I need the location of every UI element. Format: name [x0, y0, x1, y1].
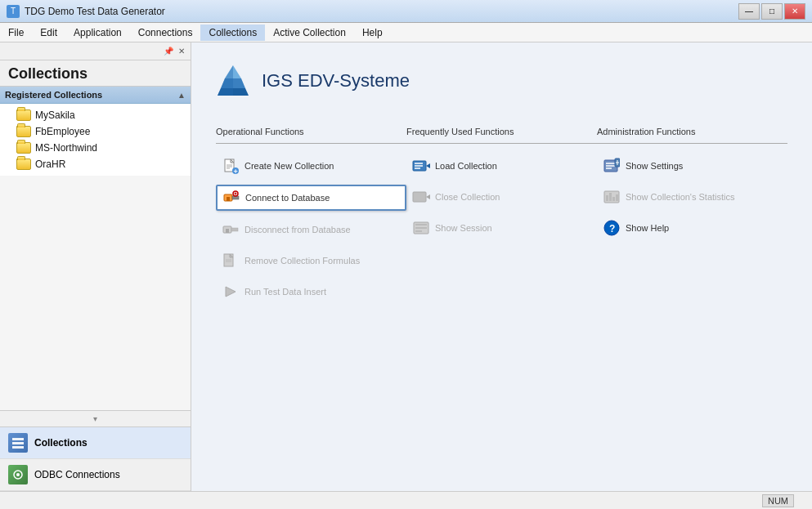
remove-icon [222, 253, 240, 268]
collapse-icon[interactable]: ▲ [177, 91, 186, 100]
logo-area: IGS EDV-Systeme [216, 59, 787, 102]
menu-edit[interactable]: Edit [32, 25, 65, 41]
collections-title: Collections [0, 60, 191, 87]
svg-rect-51 [612, 197, 615, 201]
session-icon-svg [413, 220, 429, 236]
svg-rect-52 [616, 194, 618, 201]
bottom-tabs: Collections ODBC Connections [0, 426, 191, 491]
session-icon [412, 221, 430, 235]
document-icon: + [222, 159, 240, 173]
remove-icon-svg [222, 252, 239, 269]
collections-tab-label: Collections [34, 437, 87, 449]
list-item[interactable]: OraHR [0, 156, 191, 172]
remove-formulas-label: Remove Collection Formulas [244, 256, 360, 266]
pyramid-svg [216, 59, 250, 100]
close-coll-icon-svg [412, 189, 430, 205]
pin-button[interactable]: 📌 [161, 46, 176, 56]
close-coll-icon [412, 190, 430, 204]
create-new-collection-button[interactable]: + Create New Collection [216, 154, 406, 178]
columns-container: Operational Functions + [216, 127, 787, 317]
load-collection-label: Load Collection [435, 161, 497, 171]
menu-help[interactable]: Help [354, 25, 391, 41]
connect-icon [222, 190, 240, 205]
run-icon [222, 284, 240, 299]
minimize-button[interactable]: — [738, 3, 760, 20]
run-test-label: Run Test Data Insert [244, 287, 326, 297]
collections-icon [8, 433, 28, 453]
logo-text: IGS EDV-Systeme [262, 70, 410, 92]
left-panel: 📌 ✕ Collections Registered Collections ▲… [0, 42, 191, 491]
num-indicator: NUM [762, 494, 794, 507]
help-icon: ? [603, 221, 621, 235]
load-collection-button[interactable]: Load Collection [406, 154, 597, 178]
connect-icon-svg [223, 190, 240, 206]
disconnect-db-label: Disconnect from Database [244, 225, 351, 234]
disconnect-from-database-button[interactable]: Disconnect from Database [216, 217, 406, 242]
statistics-icon [603, 190, 621, 204]
tree-item-label: FbEmployee [35, 126, 90, 137]
list-item[interactable]: FbEmployee [0, 123, 191, 140]
load-icon-svg [412, 158, 430, 174]
menu-collections[interactable]: Collections [200, 25, 265, 41]
svg-rect-1 [12, 442, 24, 444]
collections-icon-svg [11, 436, 25, 449]
svg-rect-40 [415, 230, 422, 232]
show-help-label: Show Help [626, 223, 669, 233]
maximize-button[interactable]: □ [761, 3, 783, 20]
close-button[interactable]: ✕ [784, 3, 805, 20]
tree-item-label: OraHR [35, 159, 65, 170]
menu-active-collection[interactable]: Active Collection [265, 25, 354, 41]
menu-application[interactable]: Application [65, 25, 130, 41]
show-statistics-button[interactable]: Show Collection's Statistics [597, 185, 787, 209]
svg-rect-38 [415, 224, 427, 225]
disconnect-icon-svg [222, 221, 239, 238]
panel-header: 📌 ✕ [0, 42, 191, 60]
remove-collection-formulas-button[interactable]: Remove Collection Formulas [216, 248, 406, 273]
settings-icon-svg [603, 158, 620, 174]
run-test-data-insert-button[interactable]: Run Test Data Insert [216, 279, 406, 304]
tree-section: Registered Collections ▲ MySakila FbEmpl… [0, 87, 191, 410]
settings-icon [603, 159, 621, 173]
right-panel: IGS EDV-Systeme Operational Functions [191, 42, 812, 491]
list-item[interactable]: MS-Northwind [0, 140, 191, 156]
connect-to-database-button[interactable]: Connect to Database [216, 185, 406, 211]
svg-text:+: + [234, 167, 238, 175]
close-collection-button[interactable]: Close Collection [406, 185, 597, 209]
tree-item-label: MySakila [35, 109, 75, 121]
collections-tab-icon [8, 433, 28, 453]
registered-collections-header: Registered Collections ▲ [0, 87, 191, 104]
main-container: 📌 ✕ Collections Registered Collections ▲… [0, 42, 812, 491]
svg-rect-2 [12, 446, 24, 449]
functions-grid: Operational Functions + [216, 127, 787, 317]
show-session-button[interactable]: Show Session [406, 216, 597, 240]
operational-header: Operational Functions [216, 127, 406, 144]
svg-rect-24 [231, 228, 238, 231]
menu-file[interactable]: File [0, 25, 32, 41]
svg-marker-29 [226, 287, 236, 297]
frequently-used-column: Frequently Used Functions Load Coll [406, 127, 597, 317]
odbc-icon-svg [11, 468, 25, 481]
logo-pyramid [216, 59, 250, 102]
administration-header: Administration Functions [597, 127, 787, 144]
show-session-label: Show Session [435, 223, 492, 233]
show-settings-button[interactable]: Show Settings [597, 154, 787, 178]
disconnect-icon [222, 222, 240, 237]
svg-marker-36 [426, 194, 430, 199]
svg-rect-50 [609, 193, 612, 201]
odbc-icon [8, 465, 28, 484]
title-bar: T TDG Demo Test Data Generator — □ ✕ [0, 0, 812, 23]
administration-column: Administration Functions [597, 127, 787, 317]
show-help-button[interactable]: ? Show Help [597, 216, 787, 240]
svg-rect-39 [415, 227, 427, 229]
panel-close-button[interactable]: ✕ [176, 46, 187, 56]
menu-connections[interactable]: Connections [130, 25, 201, 41]
folder-icon [16, 159, 31, 170]
tab-collections[interactable]: Collections [0, 427, 191, 459]
folder-icon [16, 109, 31, 121]
svg-point-4 [16, 473, 20, 476]
svg-rect-35 [413, 192, 426, 202]
scroll-down-icon[interactable]: ▾ [93, 414, 97, 423]
show-statistics-label: Show Collection's Statistics [626, 192, 735, 202]
tab-odbc-connections[interactable]: ODBC Connections [0, 459, 191, 491]
list-item[interactable]: MySakila [0, 107, 191, 123]
